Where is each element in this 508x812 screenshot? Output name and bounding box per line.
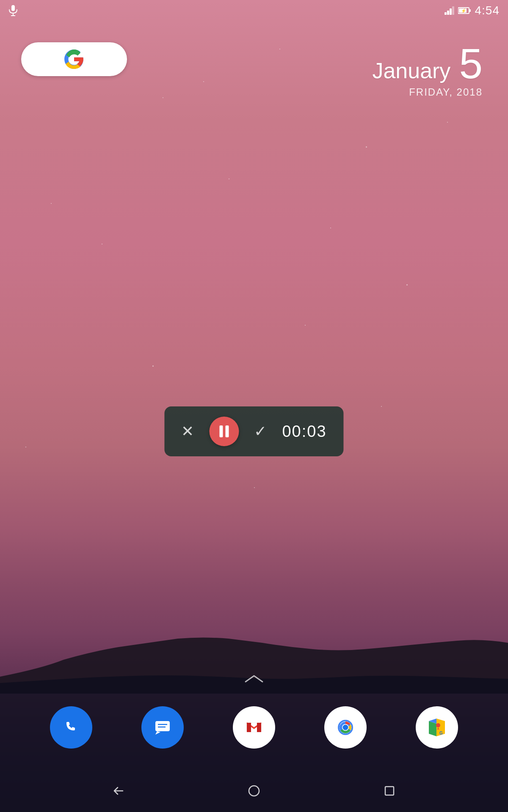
microphone-icon (8, 5, 18, 16)
svg-rect-4 (447, 11, 449, 15)
svg-text:G: G (439, 731, 443, 735)
svg-point-24 (343, 725, 348, 730)
dock-area: G (0, 694, 508, 812)
date-widget: January 5 FRIDAY, 2018 (372, 42, 483, 98)
back-button[interactable] (108, 780, 129, 801)
nav-bar (0, 770, 508, 812)
gmail-app-icon[interactable] (233, 706, 275, 749)
home-button[interactable] (243, 780, 265, 801)
svg-rect-3 (444, 12, 447, 15)
pause-icon (219, 425, 229, 437)
recording-timer: 00:03 (282, 422, 326, 441)
battery-icon: ⚡ (458, 7, 472, 14)
recording-overlay: ✕ ✓ 00:03 (164, 406, 343, 456)
status-bar: ⚡ 4:54 (0, 0, 508, 21)
svg-rect-0 (11, 5, 15, 11)
date-sub: FRIDAY, 2018 (372, 86, 483, 98)
svg-text:⚡: ⚡ (461, 8, 467, 14)
svg-rect-13 (155, 721, 170, 731)
recents-button[interactable] (379, 780, 400, 801)
app-drawer-chevron[interactable] (241, 672, 267, 685)
date-day: 5 (459, 42, 483, 85)
svg-rect-18 (247, 723, 251, 732)
svg-rect-29 (385, 787, 394, 795)
date-month: January (372, 60, 450, 82)
svg-rect-6 (452, 6, 454, 15)
google-g-logo (64, 49, 85, 70)
status-time: 4:54 (475, 4, 500, 17)
svg-point-11 (59, 715, 83, 740)
dock-icons: G (0, 694, 508, 757)
cancel-recording-button[interactable]: ✕ (181, 422, 194, 440)
svg-rect-9 (469, 9, 471, 12)
google-search-bar[interactable] (21, 42, 127, 76)
signal-icon (444, 6, 455, 15)
phone-app-icon[interactable] (50, 706, 92, 749)
messages-app-icon[interactable] (141, 706, 184, 749)
svg-rect-5 (450, 8, 452, 15)
svg-rect-19 (257, 723, 261, 732)
svg-point-26 (436, 723, 440, 727)
svg-point-28 (249, 786, 259, 796)
maps-app-icon[interactable]: G (416, 706, 458, 749)
pause-recording-button[interactable] (209, 417, 239, 446)
chrome-app-icon[interactable] (324, 706, 367, 749)
confirm-recording-button[interactable]: ✓ (254, 422, 267, 440)
